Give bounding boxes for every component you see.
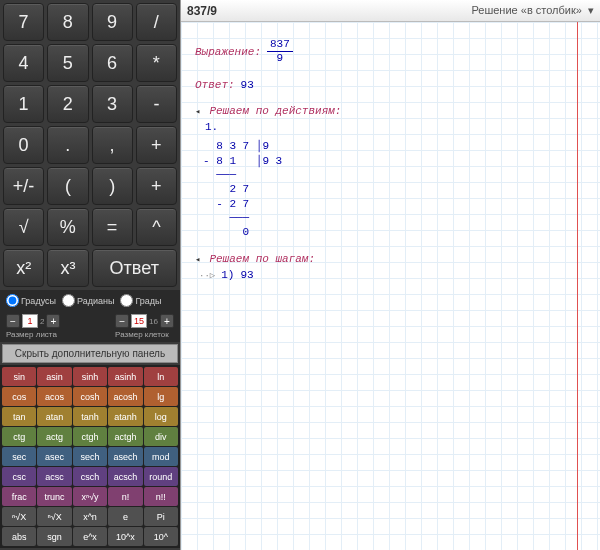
fn-asinh[interactable]: asinh bbox=[108, 367, 142, 386]
key-_[interactable]: * bbox=[136, 44, 177, 82]
margin-line bbox=[577, 22, 578, 550]
fn-log[interactable]: log bbox=[144, 407, 178, 426]
mode-degrees[interactable]: Градусы bbox=[6, 294, 56, 307]
fn-lg[interactable]: lg bbox=[144, 387, 178, 406]
fn-asech[interactable]: asech bbox=[108, 447, 142, 466]
fn-tan[interactable]: tan bbox=[2, 407, 36, 426]
fn-sinh[interactable]: sinh bbox=[73, 367, 107, 386]
cell-size-minus[interactable]: − bbox=[115, 314, 129, 328]
key-_[interactable]: = bbox=[92, 208, 133, 246]
fn-e_x[interactable]: e^x bbox=[73, 527, 107, 546]
key-_[interactable]: ^ bbox=[136, 208, 177, 246]
fn-10_[interactable]: 10^ bbox=[144, 527, 178, 546]
function-keypad: sinasinsinhasinhlncosacoscoshacoshlgtana… bbox=[0, 365, 180, 548]
expression-display: 837/9 bbox=[187, 4, 217, 18]
fn-ctgh[interactable]: ctgh bbox=[73, 427, 107, 446]
key-1[interactable]: 1 bbox=[3, 85, 44, 123]
sheet-size-value: 1 bbox=[22, 314, 38, 328]
fn-atanh[interactable]: atanh bbox=[108, 407, 142, 426]
expression-label: Выражение: bbox=[195, 46, 261, 58]
sheet-size-plus[interactable]: + bbox=[46, 314, 60, 328]
fn-__X[interactable]: ⁿ√X bbox=[2, 507, 36, 526]
mode-grads[interactable]: Грады bbox=[120, 294, 161, 307]
key-0[interactable]: 0 bbox=[3, 126, 44, 164]
mode-radians[interactable]: Радианы bbox=[62, 294, 114, 307]
fn-sec[interactable]: sec bbox=[2, 447, 36, 466]
fn-x_n[interactable]: x^n bbox=[73, 507, 107, 526]
fn-div[interactable]: div bbox=[144, 427, 178, 446]
key-2[interactable]: 2 bbox=[47, 85, 88, 123]
key-_[interactable]: ( bbox=[47, 167, 88, 205]
key-_[interactable]: / bbox=[136, 3, 177, 41]
key-_[interactable]: , bbox=[92, 126, 133, 164]
fn-ln[interactable]: ln bbox=[144, 367, 178, 386]
key-_[interactable]: + bbox=[136, 126, 177, 164]
fn-e[interactable]: e bbox=[108, 507, 142, 526]
fn-acos[interactable]: acos bbox=[37, 387, 71, 406]
fn-actgh[interactable]: actgh bbox=[108, 427, 142, 446]
step-arrow-icon: ··▷ bbox=[199, 270, 215, 281]
key-6[interactable]: 6 bbox=[92, 44, 133, 82]
key-x_[interactable]: x² bbox=[3, 249, 44, 287]
fn-n__[interactable]: n!! bbox=[144, 487, 178, 506]
fn-csc[interactable]: csc bbox=[2, 467, 36, 486]
answer-label: Ответ: bbox=[195, 79, 235, 91]
key-3[interactable]: 3 bbox=[92, 85, 133, 123]
key-_[interactable]: . bbox=[47, 126, 88, 164]
key-_[interactable]: ) bbox=[92, 167, 133, 205]
fn-x__y[interactable]: xⁿ√y bbox=[73, 487, 107, 506]
long-division: 8 3 7 │9 - 8 1 │9 3 ─── 2 7 - 2 7 ─── 0 bbox=[203, 139, 586, 239]
fn-sgn[interactable]: sgn bbox=[37, 527, 71, 546]
step-value: 93 bbox=[240, 269, 253, 281]
fn-sech[interactable]: sech bbox=[73, 447, 107, 466]
key-_[interactable]: + bbox=[136, 167, 177, 205]
fn-acsc[interactable]: acsc bbox=[37, 467, 71, 486]
key-_[interactable]: √ bbox=[3, 208, 44, 246]
fn-sin[interactable]: sin bbox=[2, 367, 36, 386]
fn-tanh[interactable]: tanh bbox=[73, 407, 107, 426]
key-7[interactable]: 7 bbox=[3, 3, 44, 41]
key-4[interactable]: 4 bbox=[3, 44, 44, 82]
solution-mode-selector[interactable]: Решение «в столбик» ▾ bbox=[471, 4, 594, 17]
fn-ctg[interactable]: ctg bbox=[2, 427, 36, 446]
fn-Pi[interactable]: Pi bbox=[144, 507, 178, 526]
fn-asec[interactable]: asec bbox=[37, 447, 71, 466]
cell-size-plus[interactable]: + bbox=[160, 314, 174, 328]
fn-__X[interactable]: ⁿ√X bbox=[37, 507, 71, 526]
fn-acosh[interactable]: acosh bbox=[108, 387, 142, 406]
key-_____[interactable]: Ответ bbox=[92, 249, 178, 287]
key-_[interactable]: - bbox=[136, 85, 177, 123]
fn-trunc[interactable]: trunc bbox=[37, 487, 71, 506]
sheet-size-minus[interactable]: − bbox=[6, 314, 20, 328]
fn-10_x[interactable]: 10^x bbox=[108, 527, 142, 546]
fn-mod[interactable]: mod bbox=[144, 447, 178, 466]
sheet-size-label: Размер листа bbox=[6, 330, 60, 339]
fn-csch[interactable]: csch bbox=[73, 467, 107, 486]
key-5[interactable]: 5 bbox=[47, 44, 88, 82]
solution-panel: 837/9 Решение «в столбик» ▾ Выражение: 8… bbox=[180, 0, 600, 550]
hide-panel-button[interactable]: Скрыть дополнительную панель bbox=[2, 344, 178, 363]
fn-actg[interactable]: actg bbox=[37, 427, 71, 446]
section-actions-label: Решаем по действиям: bbox=[209, 105, 341, 117]
key-_[interactable]: % bbox=[47, 208, 88, 246]
fn-asin[interactable]: asin bbox=[37, 367, 71, 386]
fn-atan[interactable]: atan bbox=[37, 407, 71, 426]
fn-frac[interactable]: frac bbox=[2, 487, 36, 506]
key-9[interactable]: 9 bbox=[92, 3, 133, 41]
fn-abs[interactable]: abs bbox=[2, 527, 36, 546]
section-bullet-icon: ◂ bbox=[195, 254, 200, 265]
fn-acsch[interactable]: acsch bbox=[108, 467, 142, 486]
section-bullet-icon: ◂ bbox=[195, 106, 200, 117]
key-8[interactable]: 8 bbox=[47, 3, 88, 41]
fn-cosh[interactable]: cosh bbox=[73, 387, 107, 406]
fn-n_[interactable]: n! bbox=[108, 487, 142, 506]
key-___[interactable]: +/- bbox=[3, 167, 44, 205]
notebook-area: Выражение: 837 9 Ответ: 93 ◂ Решаем по д… bbox=[181, 22, 600, 550]
expression-fraction: 837 9 bbox=[267, 38, 293, 65]
cell-size-value: 15 bbox=[131, 314, 147, 328]
fn-cos[interactable]: cos bbox=[2, 387, 36, 406]
key-x_[interactable]: x³ bbox=[47, 249, 88, 287]
step-prefix: 1) bbox=[221, 269, 234, 281]
fn-round[interactable]: round bbox=[144, 467, 178, 486]
header-bar: 837/9 Решение «в столбик» ▾ bbox=[181, 0, 600, 22]
